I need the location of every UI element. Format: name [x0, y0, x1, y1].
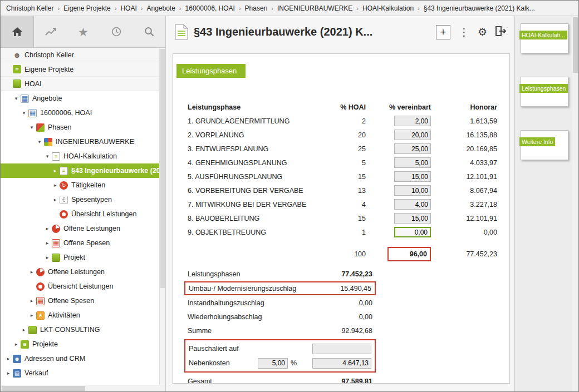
expand-arrow-icon[interactable]: ▾	[35, 139, 44, 145]
scrollbar-thumb[interactable]	[2, 386, 85, 391]
summary-row: Summe 92.942,68	[184, 324, 376, 338]
expand-arrow-icon[interactable]: ▸	[27, 312, 36, 318]
settings-button[interactable]: ⚙	[478, 27, 487, 37]
tree-item[interactable]: ▸ Spesentypen	[1, 192, 159, 207]
scrollbar-thumb[interactable]	[573, 17, 578, 73]
pauschaliert-input[interactable]	[312, 344, 371, 354]
phase-vereinbart-input[interactable]	[394, 143, 431, 154]
pie-red-icon	[36, 268, 45, 276]
tree-item[interactable]: Eigene Projekte	[1, 62, 159, 77]
breadcrumb-link[interactable]: Phasen	[245, 4, 268, 12]
add-button[interactable]: +	[436, 25, 450, 39]
phase-hoai-pct: 1	[323, 229, 366, 236]
preview-section-label[interactable]: Leistungsphasen	[519, 84, 568, 93]
expand-arrow-icon[interactable]: ▸	[43, 226, 52, 231]
tree-item[interactable]: ▾ INGENIEURBAUWERKE	[1, 135, 159, 149]
breadcrumb-link[interactable]: Christoph Keller	[6, 4, 53, 12]
tree-item[interactable]: ▾ Phasen	[1, 120, 159, 135]
tree-item[interactable]: ▸ Projekte	[1, 337, 159, 351]
breadcrumb-link[interactable]: §43 Ingenieurbauwerke (2021) Kalk...	[424, 4, 535, 12]
breadcrumb-link[interactable]: HOAI	[120, 4, 136, 12]
tree-item[interactable]: ▸ Tätigkeiten	[1, 178, 159, 192]
home-tab[interactable]	[1, 16, 34, 47]
expand-arrow-icon[interactable]: ▸	[51, 197, 60, 202]
nebenkosten-value-field[interactable]	[312, 358, 371, 369]
breadcrumb-link[interactable]: Eigene Projekte	[63, 4, 111, 12]
expand-arrow-icon[interactable]: ▸	[27, 298, 36, 304]
summary-row: Wiederholungsabschlag 0,00	[184, 310, 376, 324]
breadcrumb-item: HOAI-Kalkulation ›	[362, 4, 424, 12]
phase-row: 9. OBJEKTBETREUUNG 1 0,00	[188, 225, 497, 239]
phase-vereinbart-input[interactable]	[394, 199, 431, 210]
sidebar-horizontal-scrollbar[interactable]	[1, 385, 165, 391]
expand-arrow-icon[interactable]: ▸	[43, 240, 52, 246]
breadcrumb-item: Angebote ›	[146, 4, 185, 12]
summary-value: 15.490,45	[340, 285, 371, 292]
preview-section-label[interactable]: Weitere Info	[519, 137, 555, 146]
preview-section-label[interactable]: HOAI-Kalkulati...	[519, 31, 567, 39]
more-menu-button[interactable]: ⋮	[459, 27, 469, 37]
expand-arrow-icon[interactable]: ▸	[19, 327, 28, 333]
phase-name: 6. VORBEREITUNG DER VERGABE	[188, 187, 323, 195]
expand-arrow-icon[interactable]: ▾	[27, 125, 36, 130]
main-area: §43 Ingenieurbauwerke (2021) K... + ⋮ ⚙ …	[166, 16, 514, 391]
phase-vereinbart-input[interactable]	[394, 157, 431, 168]
tree-item[interactable]: HOAI	[1, 77, 159, 91]
expand-arrow-icon[interactable]: ▸	[51, 182, 60, 188]
doc-icon	[60, 167, 68, 175]
breadcrumb-link[interactable]: HOAI-Kalkulation	[362, 4, 414, 12]
logout-button[interactable]	[495, 26, 507, 38]
expand-arrow-icon[interactable]: ▸	[12, 341, 21, 347]
phase-vereinbart-input[interactable]	[394, 227, 431, 237]
phase-vereinbart-input[interactable]	[394, 116, 431, 126]
preview-thumbnail[interactable]: HOAI-Kalkulati...	[521, 23, 568, 53]
tree-item[interactable]: Übersicht Leistungen	[1, 207, 159, 221]
trend-tab[interactable]	[34, 16, 67, 47]
tree-item[interactable]: ▸ LKT-CONSULTING	[1, 322, 159, 337]
tree-item[interactable]: ▸ Offene Leistungen	[1, 221, 159, 236]
expand-arrow-icon[interactable]: ▸	[51, 168, 60, 173]
tree-item[interactable]: ▸ §43 Ingenieurbauwerke (2021	[1, 163, 159, 178]
table-header-row: Leistungsphase % HOAI % vereinbart Honor…	[188, 100, 497, 114]
phase-vereinbart-input[interactable]	[394, 130, 431, 140]
expand-arrow-icon[interactable]: ▾	[12, 96, 21, 101]
search-tab[interactable]	[133, 16, 165, 47]
table-red-icon	[36, 297, 45, 305]
trend-icon	[45, 27, 56, 36]
panel-vertical-scrollbar[interactable]	[572, 16, 578, 391]
expand-arrow-icon[interactable]: ▸	[4, 370, 13, 376]
scrollbar-thumb[interactable]	[160, 49, 165, 288]
sidebar-toolbar: ★	[1, 16, 165, 48]
nebenkosten-pct-input[interactable]	[258, 358, 288, 369]
phase-vereinbart-input[interactable]	[394, 171, 431, 182]
tree-item[interactable]: ▸ Offene Leistungen	[1, 265, 159, 279]
favorites-tab[interactable]: ★	[67, 16, 100, 47]
tree-item[interactable]: ▸ Offene Spesen	[1, 236, 159, 250]
sidebar-vertical-scrollbar[interactable]	[159, 48, 165, 385]
expand-arrow-icon[interactable]: ▾	[19, 110, 28, 116]
tree-item[interactable]: Übersicht Leistungen	[1, 279, 159, 294]
tree-item[interactable]: ▸ Offene Spesen	[1, 294, 159, 308]
expand-arrow-icon[interactable]: ▸	[27, 269, 36, 275]
expand-arrow-icon[interactable]: ▸	[43, 255, 52, 260]
nebenkosten-row: Nebenkosten %	[189, 356, 371, 370]
tree-item[interactable]: Christoph Keller	[1, 48, 159, 62]
history-tab[interactable]	[100, 16, 133, 47]
tree-item[interactable]: ▾ Angebote	[1, 91, 159, 106]
tree-item[interactable]: ▾ 16000006, HOAI	[1, 106, 159, 120]
breadcrumb-link[interactable]: INGENIEURBAUWERKE	[277, 4, 352, 12]
tree-item[interactable]: ▸ Adressen und CRM	[1, 351, 159, 366]
tree-item[interactable]: ▸ Aktivitäten	[1, 308, 159, 322]
tree-item[interactable]: ▸ Projekt	[1, 250, 159, 265]
phase-vereinbart-input[interactable]	[394, 185, 431, 196]
preview-thumbnail[interactable]: Weitere Info	[521, 130, 568, 160]
tree-item[interactable]: ▾ HOAI-Kalkulation	[1, 149, 159, 163]
breadcrumb-link[interactable]: 16000006, HOAI	[185, 4, 235, 12]
expand-arrow-icon[interactable]: ▸	[4, 356, 13, 361]
tree-item[interactable]: ▸ Verkauf	[1, 366, 159, 380]
expand-arrow-icon[interactable]: ▾	[43, 153, 52, 159]
phase-vereinbart-input[interactable]	[394, 213, 431, 224]
breadcrumb-link[interactable]: Angebote	[146, 4, 175, 12]
phase-row: 8. BAUOBERLEITUNG 15 12.101,91	[188, 211, 497, 225]
preview-thumbnail[interactable]: Leistungsphasen	[521, 77, 568, 107]
